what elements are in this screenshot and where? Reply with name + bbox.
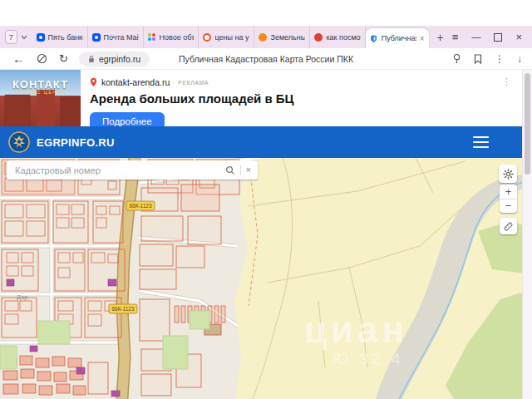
tab-5[interactable]: Земельные уч xyxy=(254,26,310,48)
back-icon[interactable]: ← xyxy=(12,52,25,65)
address-bar[interactable]: egrpinfo.ru xyxy=(79,52,150,66)
brand-title[interactable]: EGRPINFO.RU xyxy=(37,136,115,149)
ad-building-shape xyxy=(37,90,55,126)
window-controls: ≡ — × xyxy=(452,32,532,42)
ad-image[interactable]: КОНТАКТ БИЗНЕС ЦЕНТР xyxy=(0,70,81,126)
toolbar-right-icons: ⋮ ↓ xyxy=(452,53,525,64)
map-container: 66К-1123 66К-1123 Дор циан Ю 32 4 × xyxy=(0,158,532,399)
gear-icon xyxy=(503,169,514,180)
zoom-controls: + − xyxy=(500,185,517,213)
lock-icon xyxy=(88,55,95,63)
tab-label: Почта Mail xyxy=(104,33,139,42)
ring-favicon-icon xyxy=(203,33,211,42)
mail-favicon-icon xyxy=(92,33,101,42)
measure-button[interactable] xyxy=(500,218,517,234)
ad-building-shape xyxy=(60,96,81,126)
tab-count: 7 xyxy=(9,33,13,42)
map-settings-button[interactable] xyxy=(499,165,517,183)
browser-menu-icon[interactable]: ≡ xyxy=(452,32,459,42)
clear-search-icon[interactable]: × xyxy=(246,165,251,175)
tab-1[interactable]: Пять банков в xyxy=(32,26,88,48)
svg-text:66К-1123: 66К-1123 xyxy=(129,203,152,209)
tab-2[interactable]: Почта Mail xyxy=(88,26,144,48)
url-text: egrpinfo.ru xyxy=(99,54,140,64)
site-header: EGRPINFO.RU xyxy=(0,126,532,158)
tab-count-button[interactable]: 7 xyxy=(5,30,17,44)
ad-headline[interactable]: Аренда больших площадей в БЦ xyxy=(90,91,294,106)
scrollbar-thumb[interactable] xyxy=(525,73,530,175)
search-input[interactable] xyxy=(13,165,225,176)
location-pin-icon xyxy=(90,77,97,87)
page-title: Публичная Кадастровая Карта России ПКК xyxy=(179,54,353,64)
egrpinfo-emblem-icon xyxy=(8,131,30,153)
download-icon[interactable]: ↓ xyxy=(517,54,522,64)
restore-icon[interactable] xyxy=(494,33,502,42)
tab-label: Публичная xyxy=(382,34,416,42)
map-canvas[interactable]: 66К-1123 66К-1123 Дор циан Ю 32 4 xyxy=(0,158,532,399)
road-label-badge: 66К-1123 xyxy=(109,304,137,313)
tab-4[interactable]: цены на участ xyxy=(199,26,254,48)
road-label-badge: 66К-1123 xyxy=(126,201,155,210)
ad-banner[interactable]: КОНТАКТ БИЗНЕС ЦЕНТР kontakt-arenda.ru Р… xyxy=(0,70,523,126)
shield-favicon-icon xyxy=(370,34,377,43)
ad-image-subtitle: БИЗНЕС ЦЕНТР xyxy=(0,90,81,95)
pin-icon[interactable] xyxy=(452,53,461,64)
red-favicon-icon xyxy=(314,33,323,42)
protect-icon[interactable] xyxy=(37,53,47,64)
bookmark-flag-icon[interactable] xyxy=(474,54,482,64)
reload-icon[interactable]: ↻ xyxy=(59,53,68,64)
new-tab-button[interactable]: + xyxy=(437,31,444,44)
tab-label: цены на участ xyxy=(214,33,249,42)
tab-3[interactable]: Новое объявл xyxy=(144,26,200,48)
tab-label: Земельные уч xyxy=(270,33,305,42)
street-label: Дор xyxy=(17,293,28,301)
search-divider xyxy=(240,165,241,175)
mail-favicon-icon xyxy=(37,33,45,42)
tab-active[interactable]: Публичная × xyxy=(366,28,428,48)
classifieds-favicon-icon xyxy=(148,33,156,42)
close-icon[interactable]: × xyxy=(515,32,522,42)
menu-hamburger-icon[interactable] xyxy=(473,136,489,148)
ad-domain[interactable]: kontakt-arenda.ru xyxy=(101,77,170,87)
ad-image-title: КОНТАКТ xyxy=(0,78,81,91)
svg-text:66К-1123: 66К-1123 xyxy=(111,306,135,312)
tab-bar: 7 Пять банков в Почта Mail Новое объявл … xyxy=(0,26,532,48)
ad-label-badge: РЕКЛАМА xyxy=(178,80,209,86)
svg-text:циан: циан xyxy=(304,309,408,350)
page-scrollbar[interactable] xyxy=(522,70,532,399)
ad-options-icon[interactable]: ⋮ xyxy=(502,76,511,87)
tab-label: Новое объявл xyxy=(160,33,195,42)
ruler-icon xyxy=(503,221,514,232)
search-icon[interactable] xyxy=(225,165,235,175)
orange-favicon-icon xyxy=(259,33,267,42)
browser-window: 7 Пять банков в Почта Mail Новое объявл … xyxy=(0,0,532,399)
tab-6[interactable]: как посмотрет xyxy=(310,26,366,48)
svg-text:Ю 32 4: Ю 32 4 xyxy=(332,350,403,367)
ad-body: kontakt-arenda.ru РЕКЛАМА Аренда больших… xyxy=(90,77,294,131)
ad-building-shape xyxy=(5,95,30,126)
tab-label: Пять банков в xyxy=(48,33,83,42)
tab-close-icon[interactable]: × xyxy=(420,34,425,43)
browser-toolbar: ← ↻ egrpinfo.ru Публичная Кадастровая Ка… xyxy=(0,48,532,70)
more-icon[interactable]: ⋮ xyxy=(495,54,505,64)
zoom-in-button[interactable]: + xyxy=(500,185,517,200)
tab-label: как посмотрет xyxy=(326,33,361,42)
cadastral-search-box[interactable]: × xyxy=(7,160,258,180)
chevron-down-icon[interactable] xyxy=(21,35,27,40)
minimize-icon[interactable]: — xyxy=(471,32,480,42)
zoom-out-button[interactable]: − xyxy=(500,200,517,214)
